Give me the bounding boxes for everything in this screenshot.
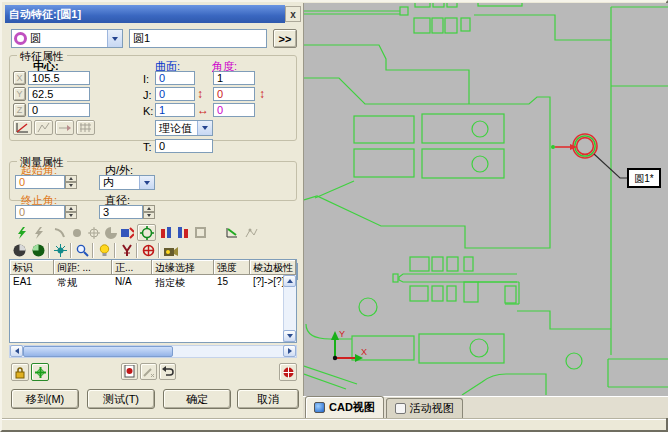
feature-type-value: 圆 [27,31,107,46]
offset-updown2-icon[interactable]: ↕ [259,87,265,101]
offset-updown-icon[interactable]: ↕ [197,87,203,101]
probe-blue-red-icon[interactable] [119,225,136,240]
angle-2-input[interactable]: 0 [213,87,255,101]
targets-table[interactable]: 标识 间距: ... 正... 边缘选择 强度 棱边极性 EA1 常规 N/A … [9,259,297,343]
surface-j-input[interactable]: 0 [155,87,195,101]
diameter-stepper[interactable] [143,205,155,219]
polyline-icon[interactable] [243,225,260,240]
table-vertical-scrollbar[interactable] [283,275,296,342]
bars-red-blue-icon[interactable] [158,225,175,240]
t-input[interactable]: 0 [155,139,213,153]
corner-line-icon[interactable] [224,225,241,240]
center-y-input[interactable]: 62.5 [28,87,90,101]
col-id[interactable]: 标识 [10,260,54,275]
dialog-titlebar[interactable]: 自动特征:[圆1] x [5,5,301,23]
angle-mode-icon[interactable] [13,120,32,135]
expand-button[interactable]: >> [273,29,297,48]
bulb-icon[interactable] [96,243,113,258]
k-label: K: [143,105,153,117]
center-x-input[interactable]: 105.5 [28,71,90,85]
crosshair-green-icon[interactable] [137,224,156,241]
cad-canvas[interactable]: Y X 圆1* [304,3,668,395]
move-point-icon[interactable] [55,120,74,135]
end-angle-input[interactable]: 0 [15,205,65,219]
ok-button[interactable]: 确定 [163,389,231,409]
end-angle-stepper[interactable] [65,205,77,219]
camera-icon[interactable] [162,243,179,258]
start-angle-input[interactable]: 0 [15,175,65,189]
selected-feature-circle[interactable] [551,134,597,158]
arc-icon[interactable] [51,225,68,240]
feature-type-combo[interactable]: 圆 [11,29,123,48]
col-strength[interactable]: 强度 [214,260,250,275]
axis-y-button[interactable]: Y [13,87,26,101]
i-label: I: [143,73,149,85]
chevron-down-icon[interactable] [197,121,212,135]
table-header[interactable]: 标识 间距: ... 正... 边缘选择 强度 棱边极性 [10,260,296,275]
spider-teal-icon[interactable] [52,243,69,258]
col-edge-select[interactable]: 边缘选择 [152,260,214,275]
magnifier-icon[interactable] [74,243,91,258]
test-button[interactable]: 测试(T) [87,389,155,409]
crosshair-icon[interactable] [31,363,49,381]
inout-combo[interactable]: 内 [99,175,155,190]
start-angle-stepper[interactable] [65,175,77,189]
cell-id: EA1 [10,275,54,290]
center-z-input[interactable]: 0 [28,103,90,117]
execute-target-icon[interactable] [279,363,297,381]
diameter-value: 3 [103,206,109,218]
scroll-up-icon[interactable] [283,275,296,287]
auto-feature-dialog: 自动特征:[圆1] x 圆 圆1 >> 特征属性 中心: 曲面: 角度: X 1… [3,3,303,415]
chevron-down-icon[interactable] [107,30,122,47]
axis-z-button[interactable]: Z [13,103,26,117]
bars-blue-red-icon[interactable] [175,225,192,240]
move-to-button[interactable]: 移到(M) [11,389,79,409]
scroll-down-icon[interactable] [283,330,296,342]
scrollbar-thumb[interactable] [23,346,173,357]
pie-icon[interactable] [102,225,119,240]
scroll-left-icon[interactable] [10,345,23,357]
snap-point-icon[interactable] [34,120,53,135]
chevron-down-icon[interactable] [139,176,154,189]
feature-label[interactable]: 圆1* [594,154,660,187]
diameter-input[interactable]: 3 [99,205,143,219]
offset-leftright-icon[interactable]: ↔ [197,103,209,117]
cad-viewport[interactable]: Y X 圆1* [303,3,668,396]
lightning-gray-icon[interactable] [30,225,47,240]
table-row[interactable]: EA1 常规 N/A 指定棱 15 [?]->[?] [10,275,296,290]
close-icon[interactable]: x [285,6,301,22]
dialog-title: 自动特征:[圆1] [5,5,285,23]
col-spacing[interactable]: 间距: ... [54,260,112,275]
table-horizontal-scrollbar[interactable] [9,345,297,358]
undo-icon[interactable] [159,363,176,380]
target-plus-icon[interactable] [85,225,102,240]
target-red-icon[interactable] [140,243,157,258]
circle-icon[interactable] [68,225,85,240]
scroll-right-icon[interactable] [283,345,296,357]
theo-value-combo[interactable]: 理论值 [155,120,213,136]
surface-i-input[interactable]: 0 [155,71,195,85]
feature-name-input[interactable]: 圆1 [129,29,267,48]
axis-x-button[interactable]: X [13,71,26,85]
lightning-green-icon[interactable] [13,225,30,240]
axis-y-label: Y [339,329,345,339]
gage-icon[interactable] [118,243,135,258]
col-normal[interactable]: 正... [112,260,152,275]
lock-icon[interactable] [11,363,29,381]
tab-live-view[interactable]: 活动视图 [386,398,463,418]
angle-1-input[interactable]: 1 [213,71,255,85]
edit-disabled-icon[interactable] [140,363,157,380]
cancel-button[interactable]: 取消 [237,389,299,409]
square-outline-icon[interactable] [192,225,209,240]
col-edge-polarity[interactable]: 棱边极性 [250,260,296,275]
grid-icon[interactable] [76,120,95,135]
surface-k-input[interactable]: 1 [155,103,195,117]
t-label: T: [143,141,152,153]
angle-3-input[interactable]: 0 [213,103,255,117]
wireframe-geometry [304,3,668,395]
axes-indicator: Y X [331,329,367,362]
tab-cad-view[interactable]: CAD视图 [305,396,384,418]
sphere-dark-icon[interactable] [11,243,28,258]
sphere-green-icon[interactable] [30,243,47,258]
delete-target-icon[interactable] [121,363,138,380]
